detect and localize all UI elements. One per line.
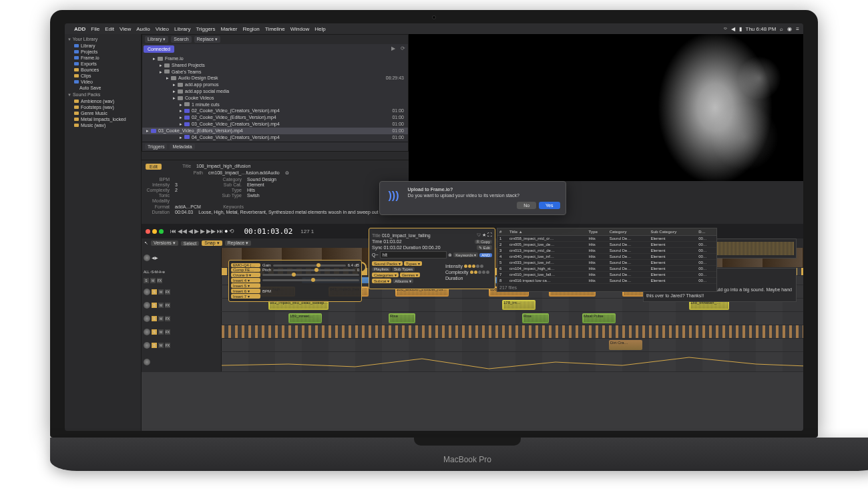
tree-row[interactable]: ▸03_Cooke_Video_(Editors_Version).mp401:… xyxy=(142,128,408,134)
menu-library[interactable]: Library xyxy=(174,26,190,32)
sidebar-item[interactable]: Projects xyxy=(81,49,97,54)
insert-slot[interactable]: Ozone 9 ▾ xyxy=(231,273,260,277)
complexity-dots[interactable] xyxy=(470,271,489,274)
intensity-dots[interactable] xyxy=(464,265,483,268)
col-header[interactable]: Title ▲ xyxy=(507,228,587,236)
menu-video[interactable]: Video xyxy=(156,26,169,32)
clip-region[interactable]: Maal Pulse xyxy=(582,313,616,323)
audio-track[interactable]: SMFX Dirt Cra… xyxy=(142,339,803,352)
fwd-end-icon[interactable]: ⏭ xyxy=(217,228,223,234)
search-icon[interactable]: ⌕ xyxy=(780,26,783,32)
filter-tag[interactable]: Subcat ▾ xyxy=(372,279,391,283)
step-fwd-icon[interactable]: ▶ xyxy=(200,228,205,234)
tl-snap[interactable]: Snap ▾ xyxy=(202,240,222,246)
clear-icon[interactable]: ⊗ xyxy=(448,253,452,258)
tl-versions[interactable]: Versions ▾ xyxy=(151,240,178,246)
tree-row[interactable]: ▸03_Cooke_Video_(Creators_Version).mp401… xyxy=(146,121,404,128)
clip-region[interactable]: Rise xyxy=(522,313,549,323)
sidebar-item[interactable]: Bounces xyxy=(81,67,99,72)
rewind-start-icon[interactable]: ⏮ xyxy=(170,228,176,234)
tree-row[interactable]: ▸04_Cooke_Video_(Creators_Version).mp401… xyxy=(146,134,404,141)
sidebar-library-header[interactable]: Your Library xyxy=(73,37,98,41)
close-icon[interactable] xyxy=(146,229,150,234)
sidebar-item[interactable]: Video xyxy=(81,79,93,84)
notifications-icon[interactable]: ≡ xyxy=(796,26,799,32)
sidebar-item[interactable]: Music (wav) xyxy=(81,123,105,128)
tree-row[interactable]: ▸add.app social media xyxy=(146,88,404,95)
sidebar-item[interactable]: Auto Save xyxy=(79,86,101,90)
insert-slot[interactable]: EMO-Q4 (… xyxy=(231,263,260,267)
sidebar-item[interactable]: Footsteps (wav) xyxy=(81,105,114,110)
menu-file[interactable]: File xyxy=(91,26,99,32)
volume-icon[interactable]: ◀ xyxy=(731,26,735,32)
menu-triggers[interactable]: Triggers xyxy=(196,26,215,32)
edit-button[interactable]: ✎ Edit xyxy=(477,245,492,250)
table-row[interactable]: 3cm013_impact_mid_de…HitsSound De…Elemen… xyxy=(497,248,716,254)
audio-track[interactable]: SMFX 189_sweet… Rise Rise Maal Pulse xyxy=(142,312,803,325)
menu-help[interactable]: Help xyxy=(314,26,325,32)
fast-fwd-icon[interactable]: ▶▶ xyxy=(206,228,216,234)
sidebar-item[interactable]: Clips xyxy=(81,73,91,78)
lib-tab-replace[interactable]: Replace ▾ xyxy=(194,36,221,43)
menu-marker[interactable]: Marker xyxy=(221,26,238,32)
filter-tag[interactable]: Categories ▾ xyxy=(372,273,399,277)
automation-track[interactable] xyxy=(142,352,803,372)
menu-window[interactable]: Window xyxy=(290,26,309,32)
minimize-icon[interactable] xyxy=(152,229,157,234)
wifi-icon[interactable]: ⌔ xyxy=(724,26,727,32)
menu-audio[interactable]: Audio xyxy=(136,26,150,32)
sidebar-item[interactable]: Metal Impacts_locked xyxy=(81,117,126,122)
pitch-slider[interactable] xyxy=(273,269,355,271)
filter-tag[interactable]: Sound Packs ▾ xyxy=(372,261,403,266)
table-row[interactable]: 6cm104_impact_high_st…HitsSound De…Eleme… xyxy=(497,266,716,272)
insert-slot[interactable]: Insert 6 ▾ xyxy=(231,289,260,293)
video-viewer[interactable] xyxy=(409,34,803,181)
tree-row[interactable]: ▸02_Cooke_Video_(Editors_Version).mp401:… xyxy=(146,114,404,121)
col-header[interactable]: Type xyxy=(587,228,608,236)
dialog-no-button[interactable]: No xyxy=(517,202,536,209)
table-row[interactable]: 7cm010_impact_low_fall…HitsSound De…Elem… xyxy=(497,272,716,278)
reveal-icon[interactable]: ⊙ xyxy=(285,170,289,176)
clip-region[interactable]: Rise xyxy=(389,313,415,323)
lib-tab-library[interactable]: Library ▾ xyxy=(145,36,168,43)
table-row[interactable]: 5cm033_impact_low_inf…HitsSound De…Eleme… xyxy=(497,260,716,266)
tree-row[interactable]: ▸Shared Projects xyxy=(146,62,404,69)
app-name[interactable]: ADD xyxy=(74,26,85,32)
tree-row[interactable]: ▸Cooke Videos xyxy=(146,95,404,102)
insert-slot[interactable]: Insert 7 ▾ xyxy=(231,294,260,299)
tree-row[interactable]: ▸Frame.io xyxy=(146,55,404,62)
insert-slot[interactable]: Comp FE… xyxy=(231,268,260,272)
refresh-icon[interactable]: ⟳ xyxy=(401,45,405,51)
insert-slot[interactable]: Insert 4 ▾ xyxy=(231,278,260,283)
col-header[interactable]: # xyxy=(497,228,507,236)
filter-tag[interactable]: Genres ▾ xyxy=(400,273,420,277)
battery-icon[interactable]: ▮ xyxy=(739,26,742,32)
table-row[interactable]: 2cm005_impact_low_de…HitsSound De…Elemen… xyxy=(497,242,716,248)
col-header[interactable]: Sub Category xyxy=(648,228,696,236)
dialog-yes-button[interactable]: Yes xyxy=(539,202,560,209)
slider[interactable] xyxy=(262,274,359,276)
sub-tab-triggers[interactable]: Triggers xyxy=(145,144,167,150)
tree-row[interactable]: ▸Audio Design Desk08:29:43 xyxy=(146,75,404,81)
loop-icon[interactable]: ⟲ xyxy=(229,228,234,234)
zoom-icon[interactable] xyxy=(159,229,164,234)
copy-button[interactable]: ⎘ Copy xyxy=(475,240,492,244)
play-icon[interactable]: ▶ xyxy=(194,228,199,234)
tl-replace[interactable]: Replace ▾ xyxy=(225,240,252,246)
menu-edit[interactable]: Edit xyxy=(105,26,114,32)
step-back-icon[interactable]: ◀ xyxy=(188,228,193,234)
clock[interactable]: Thu 6:48 PM xyxy=(746,26,777,32)
sidebar-item[interactable]: Library xyxy=(81,43,95,48)
rewind-icon[interactable]: ◀◀ xyxy=(178,228,187,234)
table-row[interactable]: 8cm016 impact low ca…HitsSound De…Elemen… xyxy=(497,278,716,284)
record-icon[interactable]: ● xyxy=(224,228,228,234)
sidebar-item[interactable]: Exports xyxy=(81,61,97,66)
menu-region[interactable]: Region xyxy=(242,26,259,32)
insert-slot[interactable]: Insert 5 ▾ xyxy=(231,283,260,288)
clip-region[interactable]: 189_sweet… xyxy=(288,313,322,323)
sidebar-item[interactable]: Frame.io xyxy=(81,55,99,60)
tree-row[interactable]: ▸1 minute cuts xyxy=(146,102,404,108)
sidebar-packs-header[interactable]: Sound Packs xyxy=(73,92,100,97)
edit-button[interactable]: Edit xyxy=(146,164,162,170)
clip-region[interactable]: 178_im… xyxy=(502,300,535,310)
